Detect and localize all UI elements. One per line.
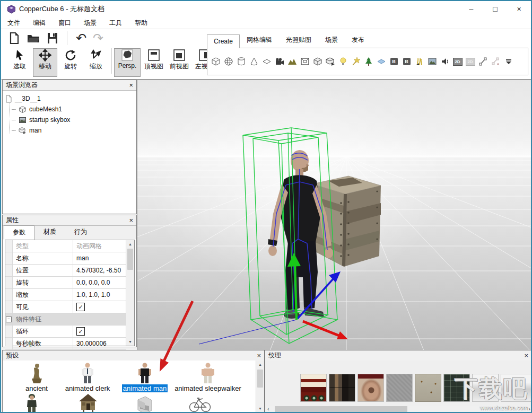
preset-item-row2-chair[interactable] (134, 393, 154, 412)
tree-item-man[interactable]: man (14, 125, 134, 136)
overlay-2d-icon[interactable]: 2D (452, 55, 463, 68)
terrain-icon[interactable] (287, 55, 297, 68)
cylinder-icon[interactable] (236, 55, 246, 68)
sphere-icon[interactable] (223, 55, 233, 68)
tab-parameters[interactable]: 参数 (4, 225, 34, 240)
tree-icon[interactable] (363, 55, 373, 68)
texture-thumbnail-teeth-and-eyes[interactable] (300, 374, 327, 402)
path-icon[interactable] (478, 55, 488, 68)
tool-move-button[interactable]: 移动 (33, 48, 57, 77)
more-dropdown-icon[interactable] (503, 55, 513, 68)
texture-thumbnail-face-skin[interactable] (357, 374, 384, 402)
property-row-rotation[interactable]: 旋转 0.0, 0.0, 0.0 (5, 277, 126, 289)
scrollbar-thumb[interactable] (275, 406, 407, 412)
cone-icon[interactable] (249, 55, 259, 68)
animated-mesh-icon[interactable] (325, 55, 335, 68)
billboard-2-icon[interactable]: B (402, 55, 412, 68)
loop-checkbox[interactable]: ✓ (76, 327, 85, 336)
preset-item-animated-man[interactable]: animated man (120, 363, 169, 392)
menu-window[interactable]: 窗口 (52, 17, 77, 29)
scrollbar-thumb[interactable] (127, 249, 133, 270)
collapse-icon[interactable]: − (6, 317, 12, 322)
room-icon[interactable] (300, 55, 310, 68)
tree-item-cubemesh1[interactable]: cubeMesh1 (14, 104, 134, 115)
preset-item-animated-clerk[interactable]: animated clerk (63, 363, 112, 392)
water-icon[interactable] (376, 55, 386, 68)
undo-icon[interactable]: ↶ (76, 33, 86, 43)
scroll-left-icon[interactable]: ‹ (267, 406, 269, 412)
property-row-fps[interactable]: 每秒帧数 30.000006 (5, 338, 126, 350)
close-button[interactable]: × (507, 1, 531, 17)
properties-scrollbar[interactable]: ▲ ▼ (126, 240, 134, 346)
tool-scale-button[interactable]: 缩放 (84, 48, 108, 77)
tab-scene[interactable]: 场景 (318, 32, 345, 48)
scrollbar-thumb[interactable] (257, 370, 263, 388)
scroll-down-icon[interactable]: ▼ (126, 338, 134, 346)
property-row-scale[interactable]: 缩放 1.0, 1.0, 1.0 (5, 289, 126, 301)
particle-system-icon[interactable] (351, 55, 361, 68)
camera-icon[interactable] (274, 55, 284, 68)
grass-icon[interactable] (414, 55, 424, 68)
texture-thumbnail-gray-concrete[interactable] (386, 374, 413, 402)
tab-lightmap[interactable]: 光照贴图 (279, 32, 318, 48)
close-icon[interactable]: × (129, 81, 133, 89)
preset-item-row2-house[interactable] (77, 392, 99, 412)
skybox-icon[interactable] (427, 55, 437, 68)
texture-thumbnail-clouds-1[interactable] (472, 374, 499, 402)
preset-item-row2-soldier[interactable] (23, 393, 41, 412)
preset-item-animated-sleepwalker[interactable]: animated sleepwalker (168, 363, 248, 392)
menu-edit[interactable]: 编辑 (27, 17, 52, 29)
property-section-object-traits[interactable]: − 物件特征 (5, 313, 126, 326)
scroll-right-icon[interactable]: › (528, 406, 530, 412)
tab-materials[interactable]: 材质 (34, 225, 65, 239)
view-front-button[interactable]: 前视图 (167, 48, 191, 77)
maximize-button[interactable]: □ (483, 1, 507, 17)
perspective-icon (121, 49, 134, 61)
texture-thumbnail-dark-metal-panel[interactable] (329, 374, 355, 402)
property-row-name[interactable]: 名称 man (5, 252, 126, 265)
property-row-position[interactable]: 位置 4.570302, -6.50 (5, 265, 126, 277)
view-persp-button[interactable]: Persp. (114, 48, 141, 77)
save-icon[interactable] (47, 32, 58, 45)
mesh-icon[interactable] (312, 55, 322, 68)
tab-behaviors[interactable]: 行为 (65, 225, 96, 239)
scroll-down-icon[interactable]: ▼ (256, 405, 264, 412)
textures-scrollbar[interactable]: ‹ › (266, 406, 531, 412)
texture-thumbnail-clouds-2[interactable] (501, 374, 531, 402)
menu-tools[interactable]: 工具 (103, 17, 128, 29)
scale-icon (90, 49, 102, 61)
view-top-button[interactable]: 顶视图 (142, 48, 166, 77)
close-icon[interactable]: × (524, 352, 528, 359)
tab-mesh-editing[interactable]: 网格编辑 (240, 32, 279, 48)
open-folder-icon[interactable] (27, 32, 40, 45)
presets-scrollbar[interactable]: ▲ ▼ (256, 361, 264, 412)
tab-publish[interactable]: 发布 (345, 32, 371, 48)
new-document-icon[interactable] (8, 32, 20, 45)
texture-thumbnail-rusty-plate[interactable] (415, 374, 441, 402)
tool-select-button[interactable]: 选取 (7, 48, 32, 77)
scroll-up-icon[interactable]: ▲ (256, 361, 264, 368)
minimize-button[interactable]: – (459, 1, 483, 17)
tab-create[interactable]: Create (207, 34, 240, 48)
sound-icon[interactable] (440, 55, 450, 68)
tool-rotate-button[interactable]: 旋转 (58, 48, 83, 77)
texture-thumbnail-dark-green-grid[interactable] (443, 374, 470, 402)
tree-item-root[interactable]: __3D__1 (5, 93, 134, 104)
preset-item-row2-bicycle[interactable] (188, 392, 212, 412)
menu-help[interactable]: 帮助 (128, 17, 154, 29)
preset-item-ancient[interactable]: ancient (14, 363, 59, 392)
billboard-icon[interactable]: B (389, 55, 399, 68)
viewport-3d[interactable] (137, 80, 532, 350)
cube-icon[interactable] (211, 55, 221, 68)
tree-item-startup-skybox[interactable]: startup skybox (14, 115, 134, 125)
plane-icon[interactable] (261, 55, 272, 68)
scroll-up-icon[interactable]: ▲ (126, 240, 134, 248)
visible-checkbox[interactable]: ✓ (76, 303, 85, 311)
close-icon[interactable]: × (129, 216, 133, 224)
properties-title: 属性 (6, 216, 19, 225)
light-icon[interactable] (338, 55, 348, 68)
menu-file[interactable]: 文件 (1, 17, 27, 29)
close-icon[interactable]: × (257, 352, 261, 359)
viewport-scene (137, 80, 532, 350)
menu-scene[interactable]: 场景 (77, 17, 103, 29)
